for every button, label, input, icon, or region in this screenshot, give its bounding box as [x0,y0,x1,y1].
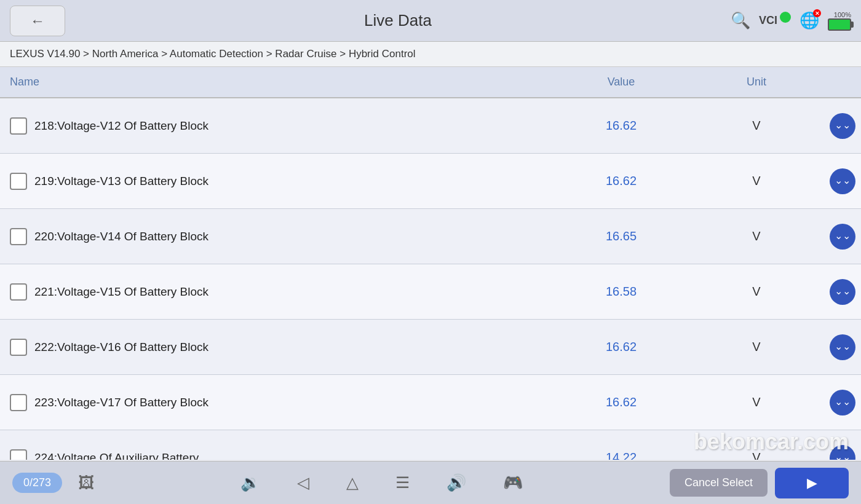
row-value-cell: 16.62 [554,174,689,188]
row-checkbox[interactable] [10,283,27,301]
row-unit-cell: V [689,285,824,299]
header-icons: 🔍 VCI 🌐 ✕ 100% [731,11,851,31]
row-value-cell: 16.58 [554,285,689,299]
back-icon: ← [30,12,45,30]
battery-icon [828,18,851,31]
record-icon: ▶ [807,475,817,491]
row-checkbox[interactable] [10,173,27,190]
table-row: 223:Voltage-V17 Of Battery Block 16.62 V… [0,375,861,430]
table-body: 218:Voltage-V12 Of Battery Block 16.62 V… [0,98,861,460]
chevron-down-icon: ⌄⌄ [835,176,851,186]
table-row: 222:Voltage-V16 Of Battery Block 16.62 V… [0,320,861,375]
page-title: Live Data [65,11,731,30]
chevron-down-icon: ⌄⌄ [835,231,851,241]
row-name-text: 220:Voltage-V14 Of Battery Block [34,230,208,243]
table-row: 219:Voltage-V13 Of Battery Block 16.62 V… [0,154,861,209]
chevron-down-icon: ⌄⌄ [835,452,851,460]
row-value-cell: 16.62 [554,119,689,133]
column-header-unit: Unit [689,67,824,97]
expand-button[interactable]: ⌄⌄ [830,168,855,194]
home-icon[interactable]: △ [346,473,359,492]
row-unit-cell: V [689,119,824,133]
nav-controls: 🔉 ◁ △ ☰ 🔊 🎮 [94,473,670,492]
column-header-value: Value [554,67,689,97]
expand-button[interactable]: ⌄⌄ [830,113,855,139]
volume-up-icon[interactable]: 🔊 [446,473,466,492]
row-action-cell: ⌄⌄ [824,113,861,139]
row-value-cell: 16.62 [554,395,689,409]
back-nav-icon[interactable]: ◁ [297,473,309,492]
row-name-text: 222:Voltage-V16 Of Battery Block [34,341,208,354]
row-action-cell: ⌄⌄ [824,390,861,415]
column-header-action [824,67,861,97]
gamepad-icon[interactable]: 🎮 [503,473,523,492]
photo-icon[interactable]: 🖼 [78,473,94,492]
row-checkbox[interactable] [10,449,27,460]
row-action-cell: ⌄⌄ [824,279,861,305]
expand-button[interactable]: ⌄⌄ [830,445,855,460]
row-action-cell: ⌄⌄ [824,445,861,460]
search-icon[interactable]: 🔍 [731,11,750,30]
table-row: 221:Voltage-V15 Of Battery Block 16.58 V… [0,264,861,320]
vci-badge: VCI [759,14,791,27]
chevron-down-icon: ⌄⌄ [835,120,851,130]
chevron-down-icon: ⌄⌄ [835,286,851,296]
record-button[interactable]: ▶ [775,468,849,498]
expand-button[interactable]: ⌄⌄ [830,390,855,415]
battery-percentage: 100% [834,11,851,18]
chevron-down-icon: ⌄⌄ [835,397,851,407]
row-unit-cell: V [689,174,824,188]
row-checkbox[interactable] [10,394,27,411]
volume-down-icon[interactable]: 🔉 [240,473,260,492]
row-name-cell: 222:Voltage-V16 Of Battery Block [0,329,554,366]
menu-icon[interactable]: ☰ [395,473,410,492]
expand-button[interactable]: ⌄⌄ [830,279,855,305]
bottom-bar: 0/273 🖼 🔉 ◁ △ ☰ 🔊 🎮 Cancel Select ▶ [0,461,861,504]
row-unit-cell: V [689,340,824,354]
row-name-text: 224:Voltage Of Auxiliary Battery [34,451,199,460]
breadcrumb: LEXUS V14.90 > North America > Automatic… [0,42,861,67]
row-action-cell: ⌄⌄ [824,168,861,194]
row-checkbox[interactable] [10,339,27,356]
chevron-down-icon: ⌄⌄ [835,342,851,352]
row-action-cell: ⌄⌄ [824,334,861,360]
header: ← Live Data 🔍 VCI 🌐 ✕ 100% [0,0,861,42]
table-row: 224:Voltage Of Auxiliary Battery 14.22 V… [0,430,861,460]
selection-count: 0/273 [12,473,62,493]
expand-button[interactable]: ⌄⌄ [830,334,855,360]
row-value-cell: 16.62 [554,340,689,354]
row-name-cell: 219:Voltage-V13 Of Battery Block [0,163,554,200]
breadcrumb-text: LEXUS V14.90 > North America > Automatic… [10,48,416,60]
row-name-cell: 224:Voltage Of Auxiliary Battery [0,439,554,460]
row-name-text: 221:Voltage-V15 Of Battery Block [34,285,208,299]
vci-label: VCI [759,14,777,27]
row-value-cell: 14.22 [554,451,689,460]
table-header: Name Value Unit [0,67,861,98]
row-value-cell: 16.65 [554,229,689,243]
row-name-cell: 218:Voltage-V12 Of Battery Block [0,108,554,144]
table-row: 220:Voltage-V14 Of Battery Block 16.65 V… [0,209,861,264]
row-name-text: 223:Voltage-V17 Of Battery Block [34,396,208,409]
row-checkbox[interactable] [10,228,27,245]
row-name-cell: 220:Voltage-V14 Of Battery Block [0,218,554,255]
row-unit-cell: V [689,451,824,460]
battery-indicator: 100% [828,11,851,31]
wifi-icon [780,12,791,23]
cancel-select-button[interactable]: Cancel Select [670,469,768,497]
row-checkbox[interactable] [10,117,27,135]
row-unit-cell: V [689,229,824,243]
row-unit-cell: V [689,395,824,409]
table-row: 218:Voltage-V12 Of Battery Block 16.62 V… [0,98,861,154]
row-name-cell: 221:Voltage-V15 Of Battery Block [0,274,554,310]
row-name-text: 218:Voltage-V12 Of Battery Block [34,119,208,133]
bottom-right-buttons: Cancel Select ▶ [670,468,849,498]
expand-button[interactable]: ⌄⌄ [830,224,855,250]
row-action-cell: ⌄⌄ [824,224,861,250]
network-error-badge: ✕ [813,9,821,17]
column-header-name: Name [0,67,554,97]
row-name-cell: 223:Voltage-V17 Of Battery Block [0,384,554,421]
back-button[interactable]: ← [10,6,65,36]
row-name-text: 219:Voltage-V13 Of Battery Block [34,175,208,188]
network-icon-container: 🌐 ✕ [800,11,819,30]
